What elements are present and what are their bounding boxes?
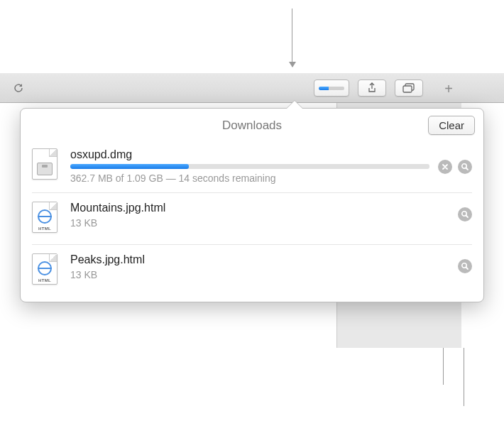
- share-icon: [367, 82, 377, 94]
- callout-line-top: [292, 9, 292, 67]
- download-filename: osxupd.dmg: [70, 148, 429, 161]
- reveal-in-finder-button[interactable]: [458, 160, 472, 174]
- magnify-icon: [461, 262, 469, 270]
- file-icon: HTML: [32, 202, 60, 236]
- dmg-file-icon: [32, 148, 57, 180]
- download-info: osxupd.dmg 362.7 MB of 1.09 GB — 14 seco…: [70, 148, 429, 184]
- download-progress-indicator: [319, 87, 344, 90]
- download-item-completed: HTML Mountains.jpg.html 13 KB: [32, 192, 472, 244]
- close-icon: [442, 163, 449, 170]
- share-button[interactable]: [358, 80, 386, 97]
- download-status: 362.7 MB of 1.09 GB — 14 seconds remaini…: [70, 173, 429, 184]
- download-info: Peaks.jpg.html 13 KB: [70, 253, 449, 280]
- html-file-icon: HTML: [32, 253, 57, 285]
- popover-title: Downloads: [222, 119, 282, 132]
- download-progress-fill: [70, 164, 189, 169]
- tabs-icon: [402, 83, 415, 93]
- cancel-download-button[interactable]: [438, 160, 452, 174]
- reveal-in-finder-button[interactable]: [458, 259, 472, 273]
- file-icon: [32, 148, 60, 182]
- download-item-in-progress: osxupd.dmg 362.7 MB of 1.09 GB — 14 seco…: [32, 140, 472, 192]
- downloads-list: osxupd.dmg 362.7 MB of 1.09 GB — 14 seco…: [21, 140, 483, 302]
- magnify-icon: [461, 210, 469, 219]
- reveal-in-finder-button[interactable]: [458, 207, 472, 221]
- toolbar: [0, 73, 504, 103]
- download-info: Mountains.jpg.html 13 KB: [70, 202, 449, 229]
- magnify-icon: [461, 163, 469, 171]
- new-tab-button[interactable]: +: [444, 81, 453, 97]
- file-icon: HTML: [32, 253, 60, 288]
- clear-button[interactable]: Clear: [428, 116, 475, 135]
- download-filename: Mountains.jpg.html: [70, 202, 449, 214]
- download-size: 13 KB: [70, 217, 449, 229]
- download-progress-bar: [70, 164, 429, 169]
- svg-rect-1: [403, 86, 412, 92]
- downloads-popover: Downloads Clear osxupd.dmg 362.7 MB of 1…: [20, 108, 484, 302]
- download-item-completed: HTML Peaks.jpg.html 13 KB: [32, 244, 472, 296]
- html-file-icon: HTML: [32, 202, 57, 233]
- download-filename: Peaks.jpg.html: [70, 253, 449, 266]
- reload-button[interactable]: [6, 80, 31, 97]
- reload-icon: [13, 82, 24, 94]
- download-size: 13 KB: [70, 269, 449, 280]
- popover-header: Downloads Clear: [21, 109, 483, 140]
- downloads-toolbar-button[interactable]: [314, 80, 349, 97]
- tabs-button[interactable]: [395, 80, 423, 97]
